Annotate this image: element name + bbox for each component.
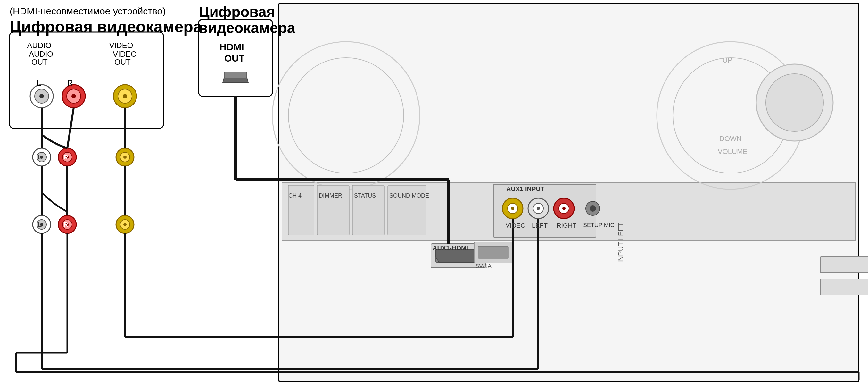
svg-point-44: [123, 155, 127, 159]
svg-marker-74: [223, 77, 248, 83]
svg-point-4: [272, 42, 420, 189]
audio-R-label: R: [67, 79, 73, 88]
dimmer-label: DIMMER: [319, 192, 342, 199]
svg-rect-75: [224, 72, 247, 78]
svg-point-28: [62, 85, 85, 108]
video-section-label: — VIDEO —: [99, 41, 143, 50]
hdmi-out-label: HDMI: [219, 42, 244, 53]
svg-point-18: [533, 203, 544, 214]
svg-point-31: [114, 85, 136, 108]
svg-point-33: [123, 94, 127, 98]
svg-point-39: [62, 152, 72, 162]
svg-point-53: [116, 215, 134, 234]
svg-point-24: [590, 205, 596, 212]
down-label: DOWN: [719, 135, 742, 143]
svg-text:L: L: [38, 221, 42, 228]
svg-point-35: [37, 152, 46, 162]
aux1-hdmi-label: AUX1-HDMI: [433, 244, 468, 252]
usb-label: 5V/1A: [476, 263, 492, 270]
device2-title-line2: видеокамера: [199, 19, 295, 36]
svg-point-5: [288, 58, 404, 173]
svg-point-46: [37, 220, 46, 229]
svg-point-54: [120, 220, 130, 229]
svg-point-55: [123, 223, 127, 226]
svg-point-50: [62, 220, 72, 229]
svg-rect-13: [478, 246, 508, 259]
device1-subtitle-label: (HDMI-несовместимое устройство): [10, 6, 166, 17]
svg-point-32: [118, 89, 132, 103]
svg-point-7: [673, 58, 788, 173]
hdmi-out2-label: OUT: [224, 53, 245, 64]
svg-point-30: [71, 94, 76, 98]
svg-point-23: [586, 201, 600, 215]
svg-point-43: [120, 152, 130, 162]
svg-point-22: [562, 207, 565, 210]
input-left-label: INPUT LEFT: [617, 219, 625, 263]
svg-rect-12: [474, 242, 513, 263]
up-label: UP: [722, 56, 733, 64]
svg-text:R: R: [63, 221, 68, 228]
left-rca-label: LEFT: [532, 222, 548, 229]
setup-mic-label: SETUP MIC: [583, 222, 615, 229]
svg-rect-3: [282, 183, 856, 240]
svg-rect-84: [820, 257, 868, 273]
aux1-input-label: AUX1 INPUT: [506, 185, 545, 193]
status-label: STATUS: [354, 192, 376, 199]
svg-point-19: [537, 207, 540, 210]
svg-point-29: [67, 89, 81, 103]
svg-point-34: [33, 148, 51, 166]
video-rca-label: VIDEO: [506, 222, 525, 229]
svg-point-17: [528, 198, 549, 219]
svg-rect-85: [820, 279, 868, 295]
svg-point-51: [66, 223, 69, 226]
svg-point-14: [502, 198, 523, 219]
volume-label: VOLUME: [718, 148, 747, 156]
svg-point-20: [554, 198, 574, 219]
sound-mode-label: SOUND MODE: [389, 192, 429, 199]
svg-point-45: [33, 215, 51, 234]
audio-out2-label: OUT: [31, 58, 48, 67]
svg-point-40: [66, 155, 69, 159]
svg-point-27: [39, 94, 44, 98]
video-out2-label: OUT: [114, 58, 131, 67]
audio-out-label: AUDIO: [29, 50, 53, 59]
svg-point-21: [559, 203, 569, 214]
audio-section-label: — AUDIO —: [18, 41, 61, 50]
svg-point-49: [58, 215, 76, 234]
svg-text:L: L: [38, 154, 42, 161]
svg-point-26: [35, 89, 49, 103]
audio-L-label: L: [37, 79, 41, 88]
svg-line-57: [67, 108, 74, 148]
svg-point-16: [511, 207, 514, 210]
svg-point-42: [116, 148, 134, 166]
svg-point-47: [40, 223, 43, 226]
svg-point-38: [58, 148, 76, 166]
svg-point-76: [756, 64, 833, 141]
ch4-label: CH 4: [288, 192, 302, 199]
svg-point-77: [766, 74, 824, 131]
device1-title-label: Цифровая видеокамера: [10, 18, 202, 36]
svg-point-36: [40, 155, 43, 159]
video-out-label: VIDEO: [113, 50, 137, 59]
right-rca-label: RIGHT: [557, 222, 577, 229]
svg-point-15: [507, 203, 518, 214]
svg-text:R: R: [63, 154, 68, 161]
svg-point-25: [30, 85, 53, 108]
device2-title-line1: Цифровая: [199, 3, 275, 21]
